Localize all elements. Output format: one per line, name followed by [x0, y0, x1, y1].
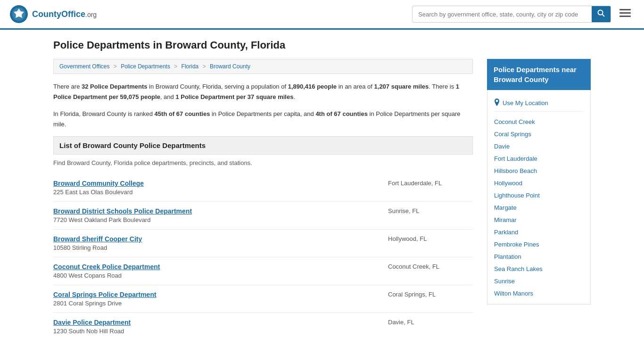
sidebar-city-link[interactable]: Sunrise [494, 278, 515, 285]
dept-info: Broward District Schools Police Departme… [53, 207, 192, 223]
department-list: Broward Community College 225 East Las O… [53, 174, 473, 340]
list-item: Broward District Schools Police Departme… [53, 202, 473, 230]
svg-rect-6 [619, 12, 631, 14]
left-content: Government Offices > Police Departments … [53, 59, 473, 340]
svg-point-2 [17, 12, 21, 16]
sidebar-city-link[interactable]: Miramar [494, 216, 517, 223]
stats-rank-area: 4th of 67 counties [315, 110, 368, 117]
sidebar-city-link[interactable]: Lighthouse Point [494, 192, 540, 199]
dept-row: Davie Police Department 1230 South Nob H… [53, 319, 473, 335]
stats-paragraph: There are 32 Police Departments in Browa… [53, 82, 473, 102]
breadcrumb-sep-3: > [203, 63, 207, 70]
search-icon [597, 9, 605, 17]
breadcrumb: Government Offices > Police Departments … [53, 59, 473, 74]
dept-info: Coconut Creek Police Department 4800 Wes… [53, 263, 160, 279]
list-item: Wilton Manors [494, 287, 584, 299]
sidebar-city-link[interactable]: Wilton Manors [494, 290, 533, 297]
sidebar-city-link[interactable]: Margate [494, 204, 517, 211]
dept-row: Broward Sheriff Cooper City 10580 Stirli… [53, 235, 473, 251]
dept-city: Coconut Creek, FL [388, 263, 473, 270]
dept-city: Hollywood, FL [388, 235, 473, 242]
sidebar-city-link[interactable]: Sea Ranch Lakes [494, 265, 543, 272]
breadcrumb-broward[interactable]: Broward County [210, 63, 250, 70]
sidebar-city-link[interactable]: Hollywood [494, 180, 522, 187]
sidebar-city-link[interactable]: Hillsboro Beach [494, 167, 537, 174]
logo-icon [9, 5, 28, 24]
list-item: Davie [494, 140, 584, 152]
stats-area: 1,207 [374, 83, 390, 90]
list-item: Miramar [494, 214, 584, 226]
dept-name[interactable]: Coconut Creek Police Department [53, 263, 160, 271]
dept-name[interactable]: Davie Police Department [53, 319, 131, 326]
breadcrumb-police-depts[interactable]: Police Departments [121, 63, 170, 70]
dept-name[interactable]: Broward District Schools Police Departme… [53, 207, 192, 215]
list-item: Lighthouse Point [494, 189, 584, 201]
stats-pop-unit: people [317, 83, 337, 90]
breadcrumb-gov-offices[interactable]: Government Offices [59, 63, 110, 70]
dept-row: Broward Community College 225 East Las O… [53, 180, 473, 196]
dept-city: Coral Springs, FL [388, 291, 473, 298]
dept-name[interactable]: Broward Community College [53, 180, 144, 187]
dept-city: Davie, FL [388, 319, 473, 326]
use-location-row: Use My Location [494, 95, 584, 112]
list-item: Margate [494, 201, 584, 214]
hamburger-menu-button[interactable] [616, 6, 635, 22]
sidebar-city-link[interactable]: Pembroke Pines [494, 241, 539, 248]
main-container: Police Departments in Broward County, Fl… [39, 30, 605, 350]
sidebar-header: Police Departments near Broward County [487, 59, 591, 90]
dept-address: 2801 Coral Springs Drive [53, 300, 157, 307]
breadcrumb-sep-1: > [114, 63, 118, 70]
list-item: Parkland [494, 226, 584, 238]
use-my-location-link[interactable]: Use My Location [503, 99, 548, 107]
stats-count: 32 [82, 83, 88, 90]
list-item: Broward Community College 225 East Las O… [53, 174, 473, 202]
logo-area: CountyOffice.org [9, 5, 97, 24]
breadcrumb-florida[interactable]: Florida [182, 63, 199, 70]
right-sidebar: Police Departments near Broward County U… [487, 59, 591, 340]
sidebar-links-list: Coconut CreekCoral SpringsDavieFort Laud… [494, 115, 584, 299]
page-title: Police Departments in Broward County, Fl… [53, 39, 591, 51]
list-item: Coral Springs [494, 128, 584, 140]
list-item: Fort Lauderdale [494, 152, 584, 165]
dept-row: Coral Springs Police Department 2801 Cor… [53, 291, 473, 307]
hamburger-icon [619, 9, 631, 17]
site-header: CountyOffice.org [0, 0, 644, 30]
dept-info: Davie Police Department 1230 South Nob H… [53, 319, 131, 335]
sidebar-city-link[interactable]: Fort Lauderdale [494, 155, 537, 162]
svg-line-4 [603, 15, 605, 17]
stats-entity: Police Departments [90, 83, 147, 90]
stats-location: Broward County, Florida [156, 83, 221, 90]
list-item: Sea Ranch Lakes [494, 263, 584, 275]
dept-info: Coral Springs Police Department 2801 Cor… [53, 291, 157, 307]
search-input[interactable] [413, 8, 592, 21]
sidebar-city-link[interactable]: Coconut Creek [494, 118, 535, 125]
location-pin-icon [494, 99, 500, 107]
stats-area-unit: square miles [391, 83, 429, 90]
stats-per-area: 1 Police Department per 37 square miles [175, 93, 293, 100]
list-section-subtitle: Find Broward County, Florida police depa… [53, 159, 473, 166]
sidebar-city-link[interactable]: Plantation [494, 253, 521, 260]
logo-text: CountyOffice.org [32, 9, 97, 19]
dept-name[interactable]: Coral Springs Police Department [53, 291, 157, 298]
dept-city: Fort Lauderdale, FL [388, 180, 473, 187]
search-button[interactable] [592, 6, 611, 22]
sidebar-city-link[interactable]: Parkland [494, 229, 518, 236]
dept-name[interactable]: Broward Sheriff Cooper City [53, 235, 142, 243]
sidebar-city-link[interactable]: Davie [494, 143, 510, 150]
list-item: Pembroke Pines [494, 238, 584, 250]
dept-row: Broward District Schools Police Departme… [53, 207, 473, 223]
dept-info: Broward Sheriff Cooper City 10580 Stirli… [53, 235, 142, 251]
list-item: Coral Springs Police Department 2801 Cor… [53, 285, 473, 313]
svg-rect-5 [619, 9, 631, 10]
dept-address: 7720 West Oakland Park Boulevard [53, 216, 192, 223]
list-item: Davie Police Department 1230 South Nob H… [53, 313, 473, 340]
sidebar-city-link[interactable]: Coral Springs [494, 131, 531, 138]
list-item: Broward Sheriff Cooper City 10580 Stirli… [53, 230, 473, 257]
header-right [412, 6, 635, 23]
breadcrumb-sep-2: > [174, 63, 179, 70]
list-item: Coconut Creek Police Department 4800 Wes… [53, 257, 473, 285]
sidebar-content: Use My Location Coconut CreekCoral Sprin… [487, 90, 591, 304]
dept-info: Broward Community College 225 East Las O… [53, 180, 144, 196]
list-item: Plantation [494, 250, 584, 263]
list-section-header: List of Broward County Police Department… [53, 136, 473, 155]
